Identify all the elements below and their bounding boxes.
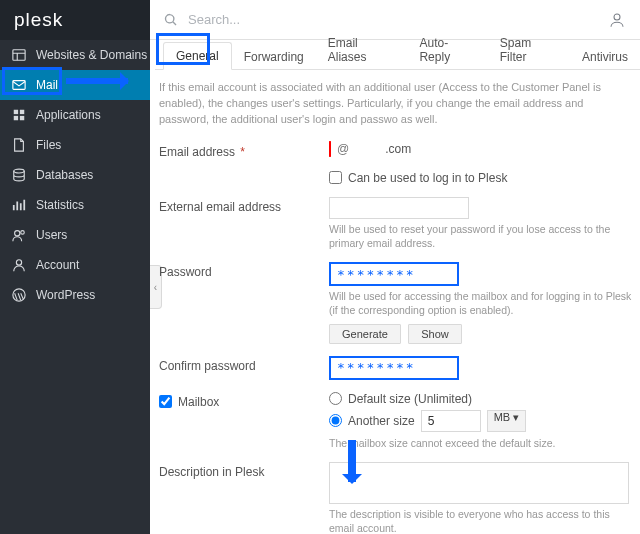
size-another-label: Another size	[348, 414, 415, 428]
sidebar-item-wordpress[interactable]: WordPress	[0, 280, 150, 310]
show-button[interactable]: Show	[408, 324, 462, 344]
mail-icon	[12, 78, 26, 92]
label-email: Email address *	[159, 142, 329, 159]
svg-rect-0	[13, 50, 25, 61]
login-checkbox[interactable]	[329, 171, 342, 184]
intro-text: If this email account is associated with…	[155, 80, 640, 136]
label-mailbox: Mailbox	[159, 392, 329, 450]
generate-button[interactable]: Generate	[329, 324, 401, 344]
svg-rect-3	[20, 110, 24, 114]
size-another-row[interactable]: Another size MB ▾	[329, 410, 636, 432]
svg-point-6	[14, 169, 25, 173]
tab-spam-filter[interactable]: Spam Filter	[488, 30, 570, 70]
email-local-input[interactable]	[329, 141, 331, 157]
row-mailbox: Mailbox Default size (Unlimited) Another…	[155, 386, 640, 456]
label-description: Description in Plesk	[159, 462, 329, 534]
sidebar-item-file[interactable]: Files	[0, 130, 150, 160]
hint-password: Will be used for accessing the mailbox a…	[329, 289, 636, 317]
svg-rect-2	[14, 110, 18, 114]
tab-antivirus[interactable]: Antivirus	[570, 44, 640, 70]
file-icon	[12, 138, 26, 152]
description-input[interactable]	[329, 462, 629, 504]
sidebar-item-label: Account	[36, 258, 79, 272]
svg-rect-4	[14, 116, 18, 120]
email-domain: .com	[359, 142, 412, 156]
login-checkbox-label: Can be used to log in to Plesk	[348, 171, 507, 185]
wordpress-icon	[12, 288, 26, 302]
tab-auto-reply[interactable]: Auto-Reply	[407, 30, 487, 70]
layout-icon	[12, 48, 26, 62]
size-value-input[interactable]	[421, 410, 481, 432]
sidebar-item-stats[interactable]: Statistics	[0, 190, 150, 220]
content: If this email account is associated with…	[155, 70, 640, 534]
row-login: Can be used to log in to Plesk	[155, 165, 640, 191]
login-checkbox-row[interactable]: Can be used to log in to Plesk	[329, 171, 636, 185]
svg-point-9	[16, 260, 21, 265]
account-icon	[12, 258, 26, 272]
user-icon[interactable]	[608, 11, 626, 29]
row-confirm: Confirm password ********	[155, 350, 640, 386]
label-confirm: Confirm password	[159, 356, 329, 380]
row-external: External email address Will be used to r…	[155, 191, 640, 256]
tab-strip: GeneralForwardingEmail AliasesAuto-Reply…	[155, 40, 640, 70]
svg-rect-1	[13, 81, 25, 90]
hint-size: The mailbox size cannot exceed the defau…	[329, 436, 636, 450]
search-input[interactable]	[186, 11, 306, 28]
at-symbol: @	[337, 142, 349, 156]
stats-icon	[12, 198, 26, 212]
database-icon	[12, 168, 26, 182]
sidebar-item-label: Statistics	[36, 198, 84, 212]
sidebar: plesk Websites & DomainsMailApplications…	[0, 0, 150, 534]
external-email-input[interactable]	[329, 197, 469, 219]
mailbox-checkbox[interactable]	[159, 395, 172, 408]
svg-point-11	[614, 14, 620, 20]
svg-point-8	[21, 231, 25, 235]
row-password: Password ******** Will be used for acces…	[155, 256, 640, 349]
sidebar-nav: Websites & DomainsMailApplicationsFilesD…	[0, 40, 150, 310]
mailbox-checkbox-row[interactable]: Mailbox	[159, 395, 329, 409]
sidebar-item-users[interactable]: Users	[0, 220, 150, 250]
row-email: Email address * @ .com	[155, 136, 640, 165]
size-another-radio[interactable]	[329, 414, 342, 427]
tab-email-aliases[interactable]: Email Aliases	[316, 30, 408, 70]
sidebar-item-account[interactable]: Account	[0, 250, 150, 280]
hint-description: The description is visible to everyone w…	[329, 507, 636, 534]
sidebar-item-label: Applications	[36, 108, 101, 122]
sidebar-item-label: Websites & Domains	[36, 48, 147, 62]
size-default-radio[interactable]	[329, 392, 342, 405]
row-description: Description in Plesk The description is …	[155, 456, 640, 534]
sidebar-item-grid[interactable]: Applications	[0, 100, 150, 130]
label-password: Password	[159, 262, 329, 343]
password-input[interactable]: ********	[329, 262, 459, 286]
size-unit-select[interactable]: MB ▾	[487, 410, 527, 432]
confirm-password-input[interactable]: ********	[329, 356, 459, 380]
sidebar-item-mail[interactable]: Mail	[0, 70, 150, 100]
label-external: External email address	[159, 197, 329, 250]
size-default-row[interactable]: Default size (Unlimited)	[329, 392, 636, 406]
search-icon	[164, 13, 178, 27]
hint-external: Will be used to reset your password if y…	[329, 222, 636, 250]
tab-forwarding[interactable]: Forwarding	[232, 44, 316, 70]
sidebar-item-layout[interactable]: Websites & Domains	[0, 40, 150, 70]
grid-icon	[12, 108, 26, 122]
sidebar-item-label: WordPress	[36, 288, 95, 302]
sidebar-item-label: Files	[36, 138, 61, 152]
sidebar-item-label: Users	[36, 228, 67, 242]
sidebar-item-label: Databases	[36, 168, 93, 182]
sidebar-item-label: Mail	[36, 78, 58, 92]
users-icon	[12, 228, 26, 242]
sidebar-item-database[interactable]: Databases	[0, 160, 150, 190]
svg-point-7	[15, 231, 20, 236]
size-default-label: Default size (Unlimited)	[348, 392, 472, 406]
svg-rect-5	[20, 116, 24, 120]
brand-logo: plesk	[0, 0, 150, 40]
search[interactable]	[164, 11, 608, 28]
tab-general[interactable]: General	[163, 42, 232, 70]
